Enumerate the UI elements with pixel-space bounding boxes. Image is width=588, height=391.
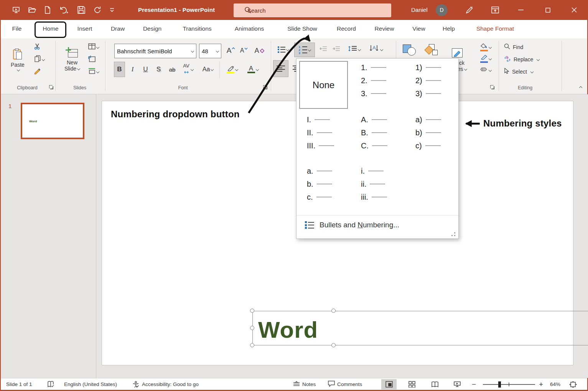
view-reading-button[interactable] <box>427 379 443 389</box>
accessibility-status[interactable]: Accessibility: Good to go <box>142 378 199 390</box>
tab-help[interactable]: Help <box>440 20 458 38</box>
paste-button[interactable]: Paste <box>8 41 28 78</box>
view-normal-button[interactable] <box>381 379 397 389</box>
tab-design[interactable]: Design <box>139 20 166 38</box>
align-left-button[interactable] <box>273 61 288 77</box>
sparkle-pen-icon[interactable] <box>460 0 478 20</box>
font-size-combo[interactable]: 48 <box>199 44 221 58</box>
tab-animations[interactable]: Animations <box>229 20 269 38</box>
bold-button[interactable]: B <box>114 62 125 77</box>
close-button[interactable] <box>565 0 583 20</box>
numbering-style-I-II-III[interactable]: I. II. III. <box>299 113 348 161</box>
zoom-level[interactable]: 64% <box>550 378 560 390</box>
font-name-combo[interactable]: Bahnschrift SemiBold <box>114 44 196 58</box>
maximize-button[interactable] <box>539 0 557 20</box>
minimize-button[interactable] <box>512 0 530 20</box>
zoom-in-button[interactable]: + <box>539 378 543 390</box>
bullets-and-numbering-item[interactable]: Bullets and Numbering... <box>296 215 458 235</box>
qat-customize-icon[interactable] <box>110 8 114 12</box>
decrease-font-size-button[interactable]: A <box>238 44 250 57</box>
find-button[interactable]: Find <box>504 42 535 52</box>
start-slideshow-icon[interactable] <box>12 6 20 14</box>
spellcheck-icon[interactable] <box>48 378 54 390</box>
text-direction-button[interactable]: A <box>366 42 386 57</box>
text-shadow-button[interactable]: S <box>153 62 164 77</box>
tab-record[interactable]: Record <box>334 20 359 38</box>
undo-icon[interactable] <box>59 6 69 14</box>
resize-grip[interactable] <box>451 232 455 236</box>
search-box[interactable]: Search <box>234 3 391 17</box>
bullets-button[interactable] <box>274 43 292 56</box>
tab-transitions[interactable]: Transitions <box>178 20 216 38</box>
font-dialog-launcher-icon[interactable] <box>262 84 268 90</box>
handle-bottom-middle[interactable] <box>331 343 336 347</box>
new-file-icon[interactable] <box>44 6 51 14</box>
word-textbox[interactable]: Word <box>252 311 588 345</box>
line-spacing-button[interactable] <box>344 43 364 56</box>
font-color-button[interactable]: A <box>244 62 262 77</box>
select-button[interactable]: Select <box>504 67 542 77</box>
tab-draw[interactable]: Draw <box>107 20 129 38</box>
shape-effects-button[interactable] <box>475 65 496 75</box>
save-icon[interactable] <box>77 6 85 14</box>
tab-insert[interactable]: Insert <box>72 20 97 38</box>
tab-file[interactable]: File <box>8 20 25 38</box>
underline-button[interactable]: U <box>140 62 151 77</box>
copy-button[interactable] <box>31 54 48 64</box>
tab-view[interactable]: View <box>410 20 428 38</box>
clear-formatting-button[interactable]: A <box>252 44 266 57</box>
slide-indicator[interactable]: Slide 1 of 1 <box>6 378 32 390</box>
handle-bottom-left[interactable] <box>250 343 254 347</box>
clipboard-dialog-launcher-icon[interactable] <box>48 84 54 90</box>
layout-button[interactable] <box>85 42 102 52</box>
new-slide-button[interactable]: New Slide <box>61 41 84 78</box>
tab-review[interactable]: Review <box>371 20 397 38</box>
increase-indent-button[interactable] <box>331 43 342 56</box>
format-painter-button[interactable] <box>31 67 44 77</box>
notes-button[interactable]: Notes <box>293 378 316 390</box>
section-button[interactable] <box>85 67 102 77</box>
handle-top-left[interactable] <box>250 309 254 313</box>
drawing-dialog-launcher-icon[interactable] <box>489 84 495 90</box>
numbering-style-i-ii-iii[interactable]: i. ii. iii. <box>353 164 402 212</box>
fit-slide-to-window-button[interactable] <box>569 378 577 390</box>
numbering-style-1p-2p-3p[interactable]: 1) 2) 3) <box>408 61 456 109</box>
handle-middle-left[interactable] <box>250 326 254 330</box>
tab-shape-format[interactable]: Shape Format <box>470 20 520 38</box>
tab-slide-show[interactable]: Slide Show <box>282 20 322 38</box>
numbering-style-1-2-3[interactable]: 1. 2. 3. <box>353 61 402 109</box>
strikethrough-button[interactable]: ab <box>166 62 178 77</box>
character-spacing-button[interactable]: AV <box>180 62 196 77</box>
slide-thumbnail[interactable]: Word <box>21 103 84 139</box>
comments-button[interactable]: Comments <box>328 378 362 390</box>
view-slideshow-button[interactable] <box>450 379 465 389</box>
open-icon[interactable] <box>28 7 36 13</box>
arrange-button[interactable] <box>423 42 442 58</box>
numbering-style-a-b-c[interactable]: a. b. c. <box>299 164 348 212</box>
shape-outline-button[interactable] <box>475 54 496 64</box>
view-slide-sorter-button[interactable] <box>404 379 420 389</box>
decrease-indent-button[interactable] <box>318 43 329 56</box>
numbering-style-none[interactable]: None <box>299 61 348 109</box>
text-highlight-button[interactable] <box>223 62 241 77</box>
cut-button[interactable] <box>31 42 44 52</box>
numbering-button[interactable]: 1 2 3 <box>295 43 315 57</box>
zoom-slider[interactable] <box>482 378 536 390</box>
shapes-button[interactable] <box>399 42 420 58</box>
user-name[interactable]: Daniel <box>411 0 428 20</box>
change-case-button[interactable]: Aa <box>199 62 216 77</box>
numbering-style-ap-bp-cp[interactable]: a) b) c) <box>408 113 456 161</box>
collapse-ribbon-button[interactable] <box>575 84 585 92</box>
tab-home[interactable]: Home <box>38 20 64 38</box>
ribbon-display-options-icon[interactable] <box>486 0 504 20</box>
zoom-out-button[interactable]: − <box>472 378 476 390</box>
replace-button[interactable]: bc Replace <box>504 54 548 64</box>
reset-slide-button[interactable] <box>85 54 98 64</box>
italic-button[interactable]: I <box>127 62 138 77</box>
redo-icon[interactable] <box>94 6 101 14</box>
avatar[interactable]: D <box>436 4 448 16</box>
handle-top-middle[interactable] <box>331 309 336 313</box>
increase-font-size-button[interactable]: A <box>225 44 237 57</box>
numbering-style-A-B-C[interactable]: A. B. C. <box>353 113 402 161</box>
language-indicator[interactable]: English (United States) <box>64 378 117 390</box>
